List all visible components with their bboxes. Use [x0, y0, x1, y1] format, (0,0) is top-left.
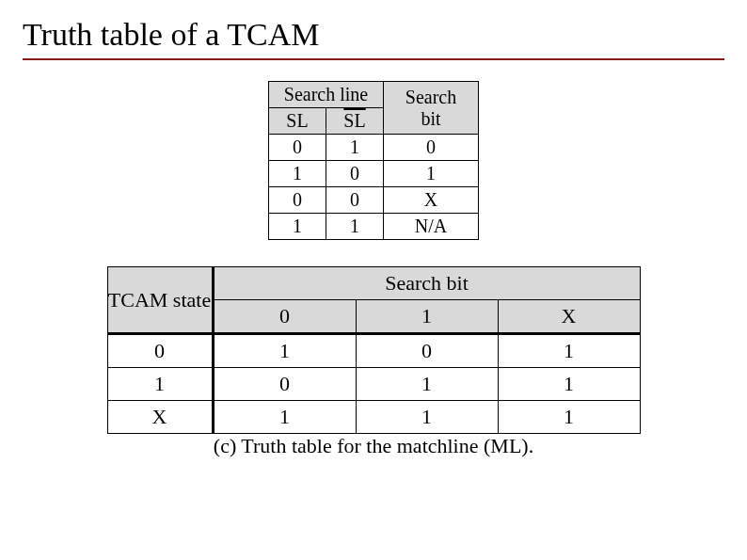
t2-state: 1	[107, 368, 213, 401]
t2-colhead-x: X	[498, 300, 640, 334]
t2-cell: 0	[213, 368, 356, 401]
t1-cell: 1	[384, 161, 479, 187]
t1-cell: 1	[269, 161, 326, 187]
table-caption: (c) Truth table for the matchline (ML).	[107, 434, 641, 458]
t1-cell: 0	[269, 187, 326, 214]
t2-cell: 1	[498, 401, 640, 434]
t2-state: 0	[107, 334, 213, 368]
table-row: X 1 1 1	[107, 401, 640, 434]
tables-container: Search line Search bit SL SL 0 1 0 1 0 1…	[23, 81, 724, 458]
table-row: 0 1 0 1	[107, 334, 640, 368]
slide: Truth table of a TCAM Search line Search…	[0, 0, 747, 458]
t2-cell: 1	[356, 368, 498, 401]
t2-header-searchbit: Search bit	[213, 267, 640, 300]
t2-colhead-0: 0	[213, 300, 356, 334]
t1-cell: 1	[269, 214, 326, 240]
t1-cell: 0	[269, 135, 326, 161]
t2-cell: 1	[498, 334, 640, 368]
t2-cell: 1	[213, 401, 356, 434]
t2-cell: 0	[356, 334, 498, 368]
matchline-table: TCAM state Search bit 0 1 X 0 1 0 1 1 0	[107, 266, 641, 434]
t1-cell: 0	[384, 135, 479, 161]
t1-slbar-label: SL	[343, 110, 365, 131]
t1-cell: 1	[326, 135, 384, 161]
t1-cell: 0	[326, 161, 384, 187]
table-row: 0 1 0	[269, 135, 479, 161]
t1-cell: 1	[326, 214, 384, 240]
t2-state: X	[107, 401, 213, 434]
t1-cell: X	[384, 187, 479, 214]
search-line-table: Search line Search bit SL SL 0 1 0 1 0 1…	[268, 81, 479, 240]
title-rule	[23, 58, 724, 60]
table-row: 1 0 1	[269, 161, 479, 187]
table-row: 0 0 X	[269, 187, 479, 214]
t1-header-searchbit: Search bit	[384, 82, 479, 135]
t1-header-searchline: Search line	[269, 82, 384, 108]
t2-colhead-1: 1	[356, 300, 498, 334]
table-row: 1 0 1 1	[107, 368, 640, 401]
t1-cell: 0	[326, 187, 384, 214]
t2-header-state: TCAM state	[107, 267, 213, 334]
t2-cell: 1	[498, 368, 640, 401]
t1-cell: N/A	[384, 214, 479, 240]
t2-cell: 1	[356, 401, 498, 434]
page-title: Truth table of a TCAM	[23, 17, 724, 53]
matchline-block: TCAM state Search bit 0 1 X 0 1 0 1 1 0	[107, 266, 641, 458]
t2-cell: 1	[213, 334, 356, 368]
t1-subheader-slbar: SL	[326, 108, 384, 135]
t1-subheader-sl: SL	[269, 108, 326, 135]
table-row: 1 1 N/A	[269, 214, 479, 240]
